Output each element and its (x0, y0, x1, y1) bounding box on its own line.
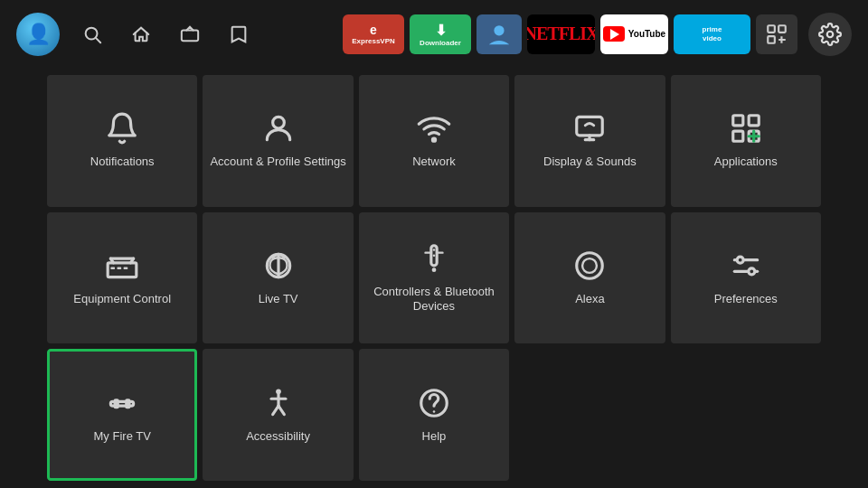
grid-item-applications[interactable]: Applications (671, 75, 821, 207)
topbar: 👤 e ExpressVPN (0, 0, 868, 68)
app-youtube[interactable]: YouTube (600, 14, 668, 54)
app-netflix[interactable]: NETFLIX (527, 14, 595, 54)
equipment-label: Equipment Control (68, 292, 176, 307)
fire-tv-icon (105, 386, 139, 420)
grid-item-notifications[interactable]: Notifications (47, 75, 197, 207)
my-fire-tv-label: My Fire TV (89, 429, 156, 445)
grid-item-alexa[interactable]: Alexa (514, 212, 665, 344)
svg-point-35 (582, 258, 597, 273)
svg-rect-12 (577, 117, 603, 136)
grid-item-live-tv[interactable]: Live TV (203, 212, 353, 344)
app-primevideo[interactable]: prime video (674, 14, 750, 54)
grid-item-help[interactable]: Help (359, 349, 509, 481)
app-grid-icon[interactable] (756, 14, 797, 54)
svg-point-9 (827, 31, 834, 37)
settings-grid: Notifications Account & Profile Settings… (0, 68, 868, 488)
topbar-left: 👤 (16, 13, 255, 56)
grid-item-network[interactable]: Network (359, 75, 509, 207)
svg-rect-2 (182, 30, 198, 41)
tv-icon[interactable] (174, 18, 206, 51)
equipment-icon (105, 249, 139, 283)
svg-point-29 (432, 267, 437, 272)
settings-button[interactable] (808, 13, 852, 56)
svg-point-32 (433, 249, 436, 251)
svg-rect-6 (768, 36, 775, 43)
grid-item-accessibility[interactable]: Accessibility (203, 349, 353, 481)
grid-item-my-fire-tv[interactable]: My Fire TV (47, 349, 197, 481)
account-label: Account & Profile Settings (204, 155, 351, 170)
svg-rect-21 (118, 267, 122, 269)
help-icon (417, 386, 451, 420)
search-icon[interactable] (76, 18, 108, 51)
grid-item-account[interactable]: Account & Profile Settings (203, 75, 353, 207)
svg-rect-14 (749, 116, 759, 126)
applications-label: Applications (709, 155, 783, 170)
account-icon (261, 111, 296, 145)
svg-line-47 (278, 406, 284, 415)
notifications-label: Notifications (85, 155, 160, 170)
svg-rect-19 (108, 263, 137, 277)
accessibility-icon (261, 386, 296, 420)
svg-rect-42 (127, 400, 129, 408)
grid-item-preferences[interactable]: Preferences (671, 212, 821, 344)
topbar-apps: e ExpressVPN ⬇ Downloader NETFLIX (343, 13, 852, 56)
grid-item-equipment[interactable]: Equipment Control (47, 212, 197, 344)
svg-point-10 (272, 117, 284, 129)
network-icon (417, 111, 451, 145)
alexa-icon (572, 249, 607, 283)
svg-line-1 (96, 38, 100, 42)
controller-icon (417, 241, 451, 276)
svg-rect-13 (733, 116, 743, 126)
grid-item-controllers[interactable]: Controllers & Bluetooth Devices (359, 212, 509, 344)
avatar[interactable]: 👤 (16, 13, 60, 56)
display-sounds-label: Display & Sounds (538, 155, 642, 170)
network-label: Network (407, 155, 461, 170)
svg-rect-4 (768, 25, 775, 33)
svg-point-33 (433, 254, 436, 257)
svg-point-3 (494, 25, 504, 35)
help-label: Help (417, 429, 452, 445)
svg-point-38 (737, 257, 743, 263)
home-icon[interactable] (125, 18, 157, 51)
svg-point-39 (749, 268, 755, 275)
app-generic[interactable] (476, 14, 522, 54)
bell-icon (105, 111, 139, 145)
svg-point-49 (433, 410, 436, 413)
svg-rect-5 (778, 25, 786, 33)
preferences-icon (729, 249, 763, 283)
svg-rect-41 (115, 400, 118, 408)
app-downloader[interactable]: ⬇ Downloader (410, 14, 471, 54)
svg-point-34 (577, 253, 603, 279)
bookmark-icon[interactable] (222, 18, 255, 51)
svg-rect-22 (124, 267, 128, 269)
controllers-label: Controllers & Bluetooth Devices (359, 285, 509, 315)
preferences-label: Preferences (709, 292, 783, 307)
alexa-label: Alexa (570, 292, 610, 307)
accessibility-label: Accessibility (241, 429, 316, 445)
grid-item-display-sounds[interactable]: Display & Sounds (514, 75, 665, 207)
svg-rect-15 (733, 132, 743, 142)
live-tv-label: Live TV (253, 292, 304, 307)
svg-rect-20 (111, 267, 116, 269)
live-tv-icon (261, 249, 296, 283)
applications-icon (729, 111, 763, 145)
app-expressvpn[interactable]: e ExpressVPN (343, 14, 404, 54)
svg-point-11 (432, 138, 435, 141)
display-icon (572, 111, 607, 145)
